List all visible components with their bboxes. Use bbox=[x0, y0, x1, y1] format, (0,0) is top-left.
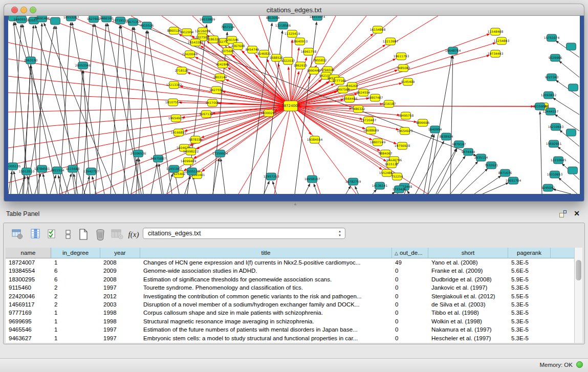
graph-node[interactable]: 9884067 bbox=[379, 150, 393, 157]
column-header-in_degree[interactable]: in_degree bbox=[51, 248, 100, 258]
graph-node[interactable] bbox=[568, 167, 578, 174]
network-canvas[interactable]: 1872400788601248912954132260581327508165… bbox=[8, 16, 580, 194]
graph-edge[interactable] bbox=[291, 106, 382, 169]
graph-node[interactable]: 9267130 bbox=[200, 111, 213, 118]
graph-edge[interactable] bbox=[213, 159, 219, 194]
graph-node[interactable]: 8322037 bbox=[281, 57, 295, 64]
graph-node[interactable]: 19654925 bbox=[168, 115, 184, 122]
graph-edge[interactable] bbox=[474, 176, 501, 194]
function-builder-icon[interactable]: f(x) bbox=[126, 227, 141, 242]
graph-edge[interactable] bbox=[407, 191, 409, 194]
graph-node[interactable]: 1990448 bbox=[307, 67, 321, 74]
graph-node[interactable]: 18311074 bbox=[310, 16, 325, 20]
graph-edge[interactable] bbox=[553, 189, 571, 194]
graph-node[interactable]: 1733426 bbox=[393, 186, 406, 193]
graph-node[interactable]: 7632621 bbox=[485, 162, 498, 169]
graph-node[interactable]: 18107554 bbox=[165, 99, 181, 106]
delete-table-icon[interactable] bbox=[93, 227, 107, 242]
graph-node[interactable]: 25305135 bbox=[8, 163, 20, 170]
graph-node[interactable]: 8860124 bbox=[167, 27, 181, 34]
float-panel-icon[interactable] bbox=[559, 210, 567, 217]
graph-node[interactable]: 2718126 bbox=[175, 67, 189, 74]
graph-node[interactable]: 19654923 bbox=[397, 127, 413, 135]
graph-node[interactable]: 7486322 bbox=[352, 105, 365, 113]
graph-node[interactable]: 14998222 bbox=[183, 148, 199, 155]
graph-node[interactable]: 8938924 bbox=[440, 133, 453, 140]
graph-node[interactable]: 8912954 bbox=[180, 29, 194, 36]
graph-node[interactable]: 12093832 bbox=[541, 92, 557, 99]
graph-node[interactable]: 1862615 bbox=[294, 62, 308, 69]
table-row[interactable]: 969969511998Structural magnetic resonanc… bbox=[6, 317, 575, 325]
graph-edge[interactable] bbox=[274, 106, 291, 194]
graph-node[interactable]: 13218586 bbox=[275, 22, 291, 29]
graph-node[interactable]: 20206536 bbox=[130, 150, 146, 157]
graph-edge[interactable] bbox=[305, 184, 310, 194]
graph-node[interactable]: 15013510 bbox=[19, 168, 35, 175]
graph-node[interactable]: 9466160 bbox=[100, 16, 114, 22]
graph-edge[interactable] bbox=[450, 162, 478, 194]
graph-node[interactable]: 9146821 bbox=[257, 50, 271, 57]
graph-node[interactable]: 8813054 bbox=[266, 16, 280, 21]
graph-node[interactable]: 2803144 bbox=[213, 74, 227, 81]
graph-node[interactable]: 30975887 bbox=[150, 155, 166, 162]
graph-node[interactable]: 9227343 bbox=[545, 74, 559, 81]
graph-edge[interactable] bbox=[39, 16, 291, 106]
graph-node[interactable]: 19756928 bbox=[395, 142, 410, 149]
graph-edge[interactable] bbox=[43, 174, 47, 194]
graph-node[interactable]: 1615132 bbox=[385, 161, 399, 168]
graph-node[interactable]: 2063150 bbox=[24, 57, 38, 64]
graph-node[interactable]: 2375685 bbox=[221, 48, 235, 55]
table-row[interactable]: 1872400712008Changes of HCN gene express… bbox=[6, 258, 575, 267]
graph-edge[interactable] bbox=[14, 171, 18, 194]
graph-node[interactable]: 5878335 bbox=[189, 136, 203, 143]
table-row[interactable]: 1456911722003Disruption of a novel membe… bbox=[6, 300, 575, 309]
graph-node[interactable]: 1115688 bbox=[66, 165, 80, 172]
graph-node[interactable]: 8215958 bbox=[533, 103, 547, 110]
graph-node[interactable]: 16782759 bbox=[345, 178, 361, 185]
graph-node[interactable]: 6497568 bbox=[336, 86, 350, 93]
window-titlebar[interactable]: citations_edges.txt bbox=[4, 4, 584, 16]
graph-node[interactable]: 2367608 bbox=[231, 42, 245, 50]
column-select-icon[interactable] bbox=[45, 227, 59, 242]
table-row[interactable]: 977716911998Corpus callosum shape and si… bbox=[6, 309, 575, 317]
graph-edge[interactable] bbox=[461, 169, 488, 194]
graph-node[interactable]: 11325419 bbox=[285, 30, 300, 37]
graph-edge[interactable] bbox=[424, 135, 434, 194]
graph-node[interactable]: 9245042 bbox=[541, 184, 555, 191]
graph-node[interactable]: 17359934 bbox=[212, 150, 228, 157]
panel-splitter[interactable]: ▲ bbox=[0, 201, 588, 208]
graph-edge[interactable] bbox=[8, 59, 291, 106]
graph-edge[interactable] bbox=[193, 177, 197, 194]
graph-edge[interactable] bbox=[50, 176, 56, 194]
graph-edge[interactable] bbox=[202, 106, 291, 171]
graph-node[interactable]: 14099489 bbox=[181, 158, 197, 165]
graph-node[interactable]: 15751074 bbox=[544, 34, 560, 41]
graph-edge[interactable] bbox=[84, 177, 90, 194]
graph-node[interactable]: 9474444 bbox=[462, 148, 475, 156]
graph-node[interactable]: 18724007 bbox=[281, 101, 300, 111]
table-row[interactable]: 946362711997Embryonic stem cells: a mode… bbox=[6, 334, 575, 342]
graph-node[interactable]: 7915526 bbox=[140, 22, 154, 29]
graph-node[interactable]: 16154808 bbox=[370, 26, 386, 33]
graph-node[interactable]: 12444157 bbox=[543, 108, 559, 115]
table-row[interactable]: 911546021997Tourette syndrome. Phenomeno… bbox=[6, 283, 575, 292]
graph-node[interactable]: 6879197 bbox=[452, 141, 466, 148]
graph-node[interactable]: 16961758 bbox=[301, 48, 317, 55]
row-height-icon[interactable] bbox=[61, 227, 75, 242]
graph-node[interactable]: 9329966 bbox=[549, 54, 562, 61]
graph-edge[interactable] bbox=[438, 156, 465, 194]
graph-node[interactable]: 16543382 bbox=[188, 39, 204, 46]
table-row[interactable]: 1830029562008Estimation of significance … bbox=[6, 275, 575, 283]
graph-node[interactable]: 18640910 bbox=[292, 38, 308, 45]
graph-node[interactable]: 19734493 bbox=[488, 50, 504, 57]
graph-edge[interactable] bbox=[8, 106, 291, 148]
graph-node[interactable]: 18807249 bbox=[370, 139, 386, 146]
graph-node[interactable]: 15692951 bbox=[546, 140, 562, 147]
graph-edge[interactable] bbox=[8, 93, 291, 106]
graph-node[interactable]: 6216187 bbox=[382, 100, 396, 107]
table-scrollbar[interactable] bbox=[574, 248, 582, 343]
column-visibility-icon[interactable] bbox=[29, 227, 43, 242]
graph-node[interactable]: 20564486 bbox=[342, 95, 358, 102]
table-settings-icon[interactable] bbox=[11, 227, 25, 242]
graph-node[interactable]: 752254 bbox=[391, 173, 403, 180]
